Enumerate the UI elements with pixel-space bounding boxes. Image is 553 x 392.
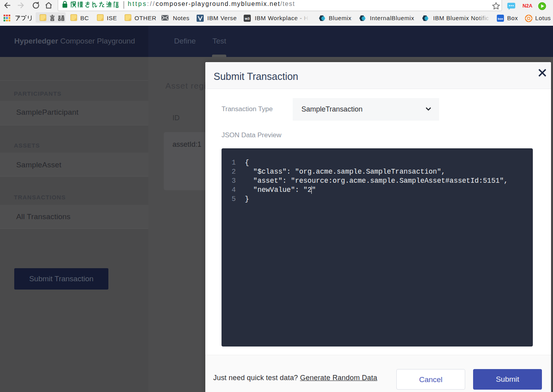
svg-text:box: box	[498, 17, 503, 21]
svg-text:w3: w3	[244, 17, 250, 21]
